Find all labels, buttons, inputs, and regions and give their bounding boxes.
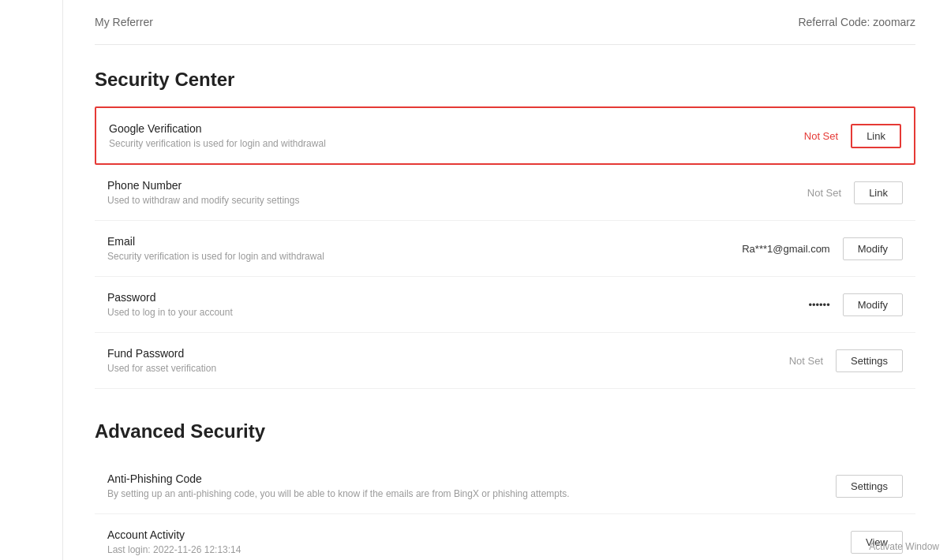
referrer-label: My Referrer xyxy=(95,16,153,28)
sidebar xyxy=(0,0,63,560)
security-center-section: Security Center Google Verification Secu… xyxy=(95,69,915,389)
security-item-password: Password Used to log in to your account … xyxy=(95,277,915,333)
item-info-fund-password: Fund Password Used for asset verificatio… xyxy=(107,347,789,374)
email-desc: Security verification is used for login … xyxy=(107,251,742,262)
item-info-account-activity: Account Activity Last login: 2022-11-26 … xyxy=(107,528,851,555)
security-item-email: Email Security verification is used for … xyxy=(95,221,915,277)
password-modify-button[interactable]: Modify xyxy=(843,293,903,316)
top-bar: My Referrer Referral Code: zoomarz xyxy=(95,0,915,45)
phone-right: Not Set Link xyxy=(807,181,903,204)
anti-phishing-title: Anti-Phishing Code xyxy=(107,472,836,485)
email-right: Ra***1@gmail.com Modify xyxy=(742,237,903,260)
password-title: Password xyxy=(107,291,808,304)
anti-phishing-desc: By setting up an anti-phishing code, you… xyxy=(107,488,836,499)
anti-phishing-settings-button[interactable]: Settings xyxy=(836,475,903,498)
fund-password-settings-button[interactable]: Settings xyxy=(836,349,903,372)
advanced-security-section: Advanced Security Anti-Phishing Code By … xyxy=(95,420,915,560)
email-modify-button[interactable]: Modify xyxy=(843,237,903,260)
item-info-google: Google Verification Security verificatio… xyxy=(109,122,804,149)
referral-code: Referral Code: zoomarz xyxy=(798,16,915,28)
phone-link-button[interactable]: Link xyxy=(854,181,903,204)
google-verification-right: Not Set Link xyxy=(804,124,901,148)
activate-watermark: Activate Window xyxy=(869,541,939,552)
google-verification-status: Not Set xyxy=(804,130,838,142)
fund-password-right: Not Set Settings xyxy=(789,349,903,372)
advanced-security-title: Advanced Security xyxy=(95,420,915,442)
item-info-anti-phishing: Anti-Phishing Code By setting up an anti… xyxy=(107,472,836,499)
security-item-account-activity: Account Activity Last login: 2022-11-26 … xyxy=(95,514,915,560)
item-info-phone: Phone Number Used to withdraw and modify… xyxy=(107,179,807,206)
security-item-fund-password: Fund Password Used for asset verificatio… xyxy=(95,333,915,389)
app-layout: My Referrer Referral Code: zoomarz Secur… xyxy=(0,0,947,560)
password-right: •••••• Modify xyxy=(808,293,903,316)
google-verification-title: Google Verification xyxy=(109,122,804,135)
item-info-password: Password Used to log in to your account xyxy=(107,291,808,318)
main-content: My Referrer Referral Code: zoomarz Secur… xyxy=(63,0,947,560)
google-verification-desc: Security verification is used for login … xyxy=(109,138,804,149)
security-item-google-verification: Google Verification Security verificatio… xyxy=(95,106,915,165)
item-info-email: Email Security verification is used for … xyxy=(107,235,742,262)
anti-phishing-right: Settings xyxy=(836,475,903,498)
phone-desc: Used to withdraw and modify security set… xyxy=(107,195,807,206)
fund-password-desc: Used for asset verification xyxy=(107,363,789,374)
account-activity-desc: Last login: 2022-11-26 12:13:14 xyxy=(107,544,851,555)
account-activity-title: Account Activity xyxy=(107,528,851,541)
email-status: Ra***1@gmail.com xyxy=(742,243,829,255)
security-item-anti-phishing: Anti-Phishing Code By setting up an anti… xyxy=(95,458,915,514)
password-desc: Used to log in to your account xyxy=(107,307,808,318)
password-status: •••••• xyxy=(808,299,829,311)
email-title: Email xyxy=(107,235,742,248)
google-verification-link-button[interactable]: Link xyxy=(851,124,901,148)
security-center-title: Security Center xyxy=(95,69,915,91)
fund-password-status: Not Set xyxy=(789,355,823,367)
fund-password-title: Fund Password xyxy=(107,347,789,360)
phone-title: Phone Number xyxy=(107,179,807,192)
security-item-phone: Phone Number Used to withdraw and modify… xyxy=(95,165,915,221)
phone-status: Not Set xyxy=(807,187,841,199)
